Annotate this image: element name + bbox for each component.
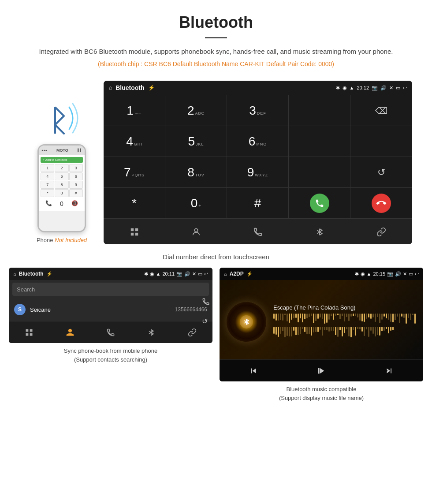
phonebook-status-right: ✱ ◉ ▲ 20:11 📷 🔊 ✕ ▭ ↩ bbox=[144, 271, 208, 277]
phone-screen: + Add to Contacts 1 2 3 4 5 6 7 8 9 * 0 … bbox=[39, 155, 85, 211]
key-6[interactable]: 6MNO bbox=[227, 126, 289, 157]
key-star[interactable]: * bbox=[104, 188, 165, 219]
music-dot bbox=[359, 314, 361, 321]
music-dot bbox=[370, 314, 372, 319]
phone-not-included-label: Phone Not Included bbox=[37, 237, 87, 243]
music-dot bbox=[368, 327, 369, 337]
music-dot bbox=[348, 327, 350, 336]
call-button[interactable] bbox=[310, 194, 329, 213]
music-dot bbox=[388, 314, 389, 320]
pb-back-icon: ↩ bbox=[204, 271, 208, 277]
nav-bluetooth-icon[interactable] bbox=[289, 219, 350, 244]
key-8[interactable]: 8TUV bbox=[165, 157, 227, 188]
music-container: ⌂ A2DP ⚡ ✱ ◉ ▲ 20:15 📷 🔊 ✕ ▭ ↩ bbox=[220, 268, 423, 402]
music-dot bbox=[326, 327, 328, 330]
ms-loc-icon: ◉ bbox=[361, 271, 365, 277]
music-dot bbox=[381, 327, 383, 331]
bluetooth-status-icon: ✱ bbox=[336, 85, 340, 91]
music-dot bbox=[366, 314, 367, 319]
svg-rect-3 bbox=[131, 232, 134, 235]
music-dot bbox=[328, 327, 330, 332]
music-caption: Bluetooth music compatible (Support disp… bbox=[220, 385, 423, 402]
pb-nav-contacts[interactable] bbox=[49, 321, 90, 343]
key-0[interactable]: 0+ bbox=[165, 188, 227, 219]
music-dot bbox=[386, 327, 387, 329]
nav-grid-icon[interactable] bbox=[104, 219, 165, 244]
phone-bottom-bar: 📞 0 📵 bbox=[41, 198, 83, 209]
music-dot bbox=[414, 314, 416, 324]
key-9[interactable]: 9WXYZ bbox=[227, 157, 289, 188]
music-prev-button[interactable] bbox=[220, 360, 287, 381]
music-dot bbox=[317, 314, 319, 319]
ms-bt-icon: ✱ bbox=[355, 271, 359, 277]
music-dot bbox=[320, 314, 321, 317]
pb-nav-bluetooth[interactable] bbox=[131, 321, 171, 343]
pb-nav-phone[interactable] bbox=[90, 321, 131, 343]
key-backspace[interactable]: ⌫ bbox=[350, 95, 412, 126]
music-dot bbox=[399, 314, 400, 323]
key-5[interactable]: 5JKL bbox=[165, 126, 227, 157]
music-dot bbox=[342, 314, 343, 317]
key-3[interactable]: 3DEF bbox=[227, 95, 289, 126]
music-next-button[interactable] bbox=[355, 360, 423, 381]
key-call[interactable] bbox=[289, 188, 350, 219]
phone-text: Phone bbox=[37, 237, 53, 243]
key-end[interactable] bbox=[350, 188, 412, 219]
music-dot bbox=[284, 327, 286, 337]
music-dot bbox=[408, 314, 409, 318]
pb-loc-icon: ◉ bbox=[150, 271, 154, 277]
svg-rect-11 bbox=[26, 333, 29, 336]
phone-key: 1 bbox=[41, 164, 54, 172]
key-1[interactable]: 1∾∾ bbox=[104, 95, 165, 126]
music-song-title: Escape (The Pina Colada Song) bbox=[273, 304, 416, 311]
music-dot bbox=[368, 314, 369, 318]
music-status-left: ⌂ A2DP ⚡ bbox=[224, 271, 253, 277]
music-dot bbox=[350, 327, 352, 337]
nav-link-icon[interactable] bbox=[350, 219, 412, 244]
music-dot bbox=[384, 327, 385, 331]
phone-mockup: ●●● MOTO ▌▌ + Add to Contacts 1 2 3 4 5 … bbox=[37, 144, 86, 232]
phone-illustration: ●●● MOTO ▌▌ + Add to Contacts 1 2 3 4 5 … bbox=[20, 81, 104, 243]
music-dot bbox=[410, 314, 411, 320]
key-refresh[interactable]: ↺ bbox=[350, 157, 412, 188]
music-dot bbox=[366, 327, 367, 329]
music-play-pause-button[interactable] bbox=[287, 360, 355, 381]
key-hash[interactable]: # bbox=[227, 188, 289, 219]
music-dot bbox=[304, 314, 305, 320]
music-time: 20:15 bbox=[373, 271, 385, 276]
phonebook-caption-line1: Sync phone-book from mobile phone bbox=[64, 347, 157, 354]
music-dot bbox=[392, 314, 394, 322]
search-placeholder: Search bbox=[17, 286, 35, 293]
music-controls bbox=[220, 359, 423, 381]
key-2[interactable]: 2ABC bbox=[165, 95, 227, 126]
end-call-button[interactable] bbox=[372, 194, 391, 213]
phone-key: 8 bbox=[55, 181, 68, 189]
nav-contacts-icon[interactable] bbox=[165, 219, 227, 244]
screen-icon: ▭ bbox=[396, 85, 400, 91]
phonebook-search-bar[interactable]: Search bbox=[12, 283, 209, 296]
key-7[interactable]: 7PQRS bbox=[104, 157, 165, 188]
music-dot bbox=[313, 327, 314, 332]
pb-cam-icon: 📷 bbox=[176, 271, 182, 277]
music-dot bbox=[300, 327, 301, 334]
music-dot bbox=[339, 314, 341, 319]
music-dot bbox=[324, 314, 325, 324]
phonebook-time: 20:11 bbox=[162, 271, 175, 276]
location-icon: ◉ bbox=[343, 85, 347, 91]
svg-rect-4 bbox=[135, 232, 138, 235]
music-dot bbox=[357, 314, 358, 317]
music-dot bbox=[309, 314, 310, 317]
music-dot bbox=[346, 327, 347, 329]
pb-side-refresh-icon: ↺ bbox=[202, 317, 210, 325]
music-dot bbox=[412, 314, 413, 316]
music-dot bbox=[386, 314, 387, 319]
contact-item[interactable]: S Seicane 13566664466 bbox=[12, 300, 209, 319]
nav-phone-icon[interactable] bbox=[227, 219, 289, 244]
music-dot bbox=[293, 327, 294, 331]
music-dot bbox=[293, 314, 294, 319]
phone-key: 3 bbox=[69, 164, 83, 172]
phonebook-home-icon: ⌂ bbox=[13, 271, 16, 276]
key-4[interactable]: 4GHI bbox=[104, 126, 165, 157]
status-bar-right: ✱ ◉ ▲ 20:12 📷 🔊 ✕ ▭ ↩ bbox=[336, 85, 407, 91]
pb-nav-grid[interactable] bbox=[9, 321, 49, 343]
